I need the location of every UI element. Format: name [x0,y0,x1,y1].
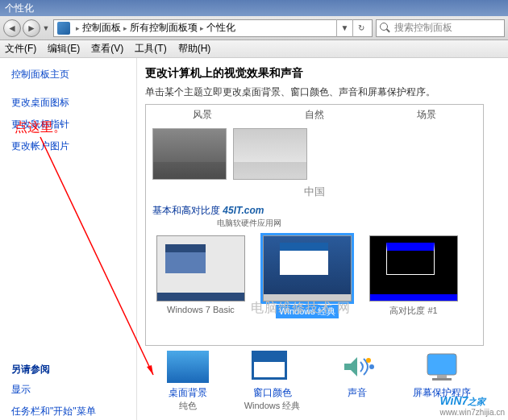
main-content: 更改计算机上的视觉效果和声音 单击某个主题立即更改桌面背景、窗口颜色、声音和屏幕… [137,58,508,420]
desktop-background-link[interactable]: 桌面背景 纯色 [149,351,226,412]
address-field[interactable]: ▸ 控制面板 ▸ 所有控制面板项 ▸ 个性化 ▼ ↻ [53,19,373,37]
breadcrumb-personalization[interactable]: 个性化 [206,21,235,35]
sidebar-desktop-icons[interactable]: 更改桌面图标 [11,96,125,110]
theme-thumbnail[interactable] [233,128,307,180]
breadcrumb-sep-icon: ▸ [123,24,127,32]
watermark-logo: 45IT.com [223,205,264,216]
svg-point-0 [366,358,371,363]
window-title: 个性化 [5,2,34,15]
page-heading: 更改计算机上的视觉效果和声音 [145,66,508,81]
sounds-icon [336,351,378,383]
sounds-link[interactable]: 声音 [319,351,395,412]
category-scenery: 风景 [146,105,258,125]
menu-view[interactable]: 查看(V) [91,42,123,56]
theme-label-china: 中国 [146,185,483,199]
svg-point-1 [369,364,374,369]
address-bar: ◄ ► ▼ ▸ 控制面板 ▸ 所有控制面板项 ▸ 个性化 ▼ ↻ 搜索控制面板 [0,16,508,40]
theme-windows7-basic[interactable]: Windows 7 Basic [152,235,249,318]
window-color-link[interactable]: 窗口颜色 Windows 经典 [234,351,310,412]
watermark-win7-logo: WiN7之家 www.win7zhijia.cn [439,394,505,417]
section-basic-highcontrast: 基本和高对比度 45IT.com 电脑软硬件应用网 [146,202,483,231]
page-subtitle: 单击某个主题立即更改桌面背景、窗口颜色、声音和屏幕保护程序。 [145,85,508,99]
svg-rect-4 [432,378,452,380]
refresh-button[interactable]: ↻ [352,19,369,37]
themes-panel: 风景 自然 场景 中国 基本和高对比度 45IT.com 电脑软硬件应用网 Wi… [145,104,484,346]
search-field[interactable]: 搜索控制面板 [376,19,505,37]
theme-thumb-icon [263,235,352,301]
breadcrumb-all-items[interactable]: 所有控制面板项 [130,21,198,35]
sidebar: 控制面板主页 更改桌面图标 更改鼠标指针 更改帐户图片 另请参阅 显示 任务栏和… [0,58,137,420]
sidebar-taskbar[interactable]: 任务栏和"开始"菜单 [11,405,125,418]
menu-help[interactable]: 帮助(H) [178,42,211,56]
sidebar-home[interactable]: 控制面板主页 [11,68,125,81]
nav-history-dropdown[interactable]: ▼ [42,19,50,37]
sidebar-display[interactable]: 显示 [11,383,125,397]
theme-thumb-icon [156,235,245,301]
search-placeholder: 搜索控制面板 [394,21,452,35]
back-button[interactable]: ◄ [3,19,21,37]
watermark-tagline: 电脑软硬件应用网 [217,218,477,229]
theme-windows-classic[interactable]: Windows 经典 [259,235,356,318]
breadcrumb-control-panel[interactable]: 控制面板 [82,21,121,35]
screensaver-icon [421,351,463,383]
menu-tools[interactable]: 工具(T) [135,42,166,56]
control-panel-icon [57,22,70,35]
search-icon [380,23,391,34]
menu-edit[interactable]: 编辑(E) [48,42,80,56]
menu-file[interactable]: 文件(F) [5,42,36,56]
breadcrumb-sep-icon: ▸ [200,24,204,32]
breadcrumb-sep-icon: ▸ [76,24,80,32]
svg-rect-2 [427,354,456,375]
see-also-label: 另请参阅 [11,363,125,376]
forward-button[interactable]: ► [23,19,40,37]
window-titlebar: 个性化 [0,0,508,16]
category-nature: 自然 [258,105,370,125]
window-color-icon [252,351,294,383]
sidebar-mouse-pointers[interactable]: 更改鼠标指针 [11,118,125,131]
sidebar-account-picture[interactable]: 更改帐户图片 [11,139,125,153]
theme-thumbnail[interactable] [152,128,227,180]
address-dropdown-button[interactable]: ▼ [336,19,352,37]
menu-bar: 文件(F) 编辑(E) 查看(V) 工具(T) 帮助(H) [0,40,508,58]
desktop-background-icon [167,351,209,383]
theme-high-contrast-1[interactable]: 高对比度 #1 [365,235,462,318]
bottom-options-row: 桌面背景 纯色 窗口颜色 Windows 经典 声音 屏幕保护程序 [145,351,484,412]
svg-rect-3 [437,375,447,378]
category-scene: 场景 [371,105,483,125]
theme-thumb-icon [369,235,458,301]
